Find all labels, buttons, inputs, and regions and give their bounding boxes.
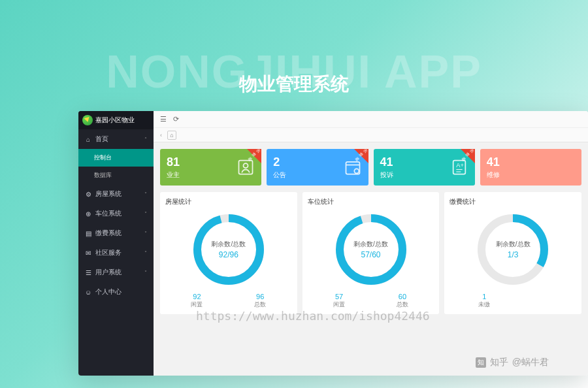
- panel-title: 车位统计: [308, 197, 434, 206]
- donut-ratio: 1/3: [496, 250, 531, 259]
- panel-footer: 92闲置 96总数: [165, 293, 292, 309]
- panel-title: 房屋统计: [165, 197, 292, 206]
- nav-item-fees[interactable]: ▤ 缴费系统 ˅: [78, 223, 154, 243]
- owner-icon: [237, 158, 255, 176]
- calendar-icon: [344, 158, 362, 176]
- donut-label: 剩余数/总数: [211, 240, 246, 249]
- content: 81 业主 2 公告 41 投诉 A+ 41: [154, 142, 588, 376]
- svg-rect-0: [239, 161, 253, 174]
- topbar: ☰ ⟳: [154, 111, 588, 128]
- nav-item-community[interactable]: ✉ 社区服务 ˅: [78, 243, 154, 263]
- stat-card-complaint[interactable]: 41 投诉 A+: [374, 149, 475, 186]
- donut-ratio: 92/96: [211, 250, 246, 259]
- chevron-down-icon: ˅: [144, 211, 147, 217]
- nav-label: 首页: [95, 135, 108, 144]
- donut-chart: 剩余数/总数 57/60: [308, 210, 434, 289]
- money-icon: ▤: [85, 230, 91, 236]
- tabbar: ‹ ⌂: [154, 128, 588, 142]
- donut-chart: 剩余数/总数 92/96: [165, 210, 292, 289]
- person-icon: ☺: [85, 289, 91, 295]
- gear-icon: ⚙: [85, 191, 91, 197]
- user-icon: ☰: [85, 269, 91, 276]
- logo-icon: [82, 115, 93, 125]
- stat-cards: 81 业主 2 公告 41 投诉 A+ 41: [160, 149, 581, 186]
- main-area: ☰ ⟳ ‹ ⌂ 81 业主 2 公告: [154, 111, 588, 376]
- nav-label: 房屋系统: [95, 189, 122, 199]
- chevron-down-icon: ˅: [144, 270, 147, 276]
- nav-label: 个人中心: [95, 287, 122, 297]
- svg-text:A+: A+: [456, 162, 464, 169]
- tab-prev-icon[interactable]: ‹: [160, 132, 162, 138]
- panel-parking-stats: 车位统计 剩余数/总数 57/60 57闲置 60总数: [302, 192, 440, 314]
- svg-point-1: [244, 163, 248, 168]
- nav-item-profile[interactable]: ☺ 个人中心: [78, 282, 154, 302]
- community-icon: ✉: [85, 250, 91, 256]
- chevron-down-icon: ˅: [144, 250, 147, 256]
- panels: 房屋统计 剩余数/总数 92/96 92闲置 96总数: [160, 192, 581, 314]
- zhihu-icon: 知: [476, 357, 486, 368]
- stat-card-repair[interactable]: 41 维修: [480, 149, 581, 186]
- nav-item-parking[interactable]: ⊕ 车位系统 ˅: [78, 204, 154, 223]
- donut-ratio: 57/60: [353, 250, 388, 259]
- nav-label: 车位系统: [95, 209, 122, 218]
- donut-label: 剩余数/总数: [496, 240, 531, 249]
- nav-item-users[interactable]: ☰ 用户系统 ˅: [78, 263, 154, 282]
- panel-title: 缴费统计: [449, 197, 576, 206]
- stat-card-notice[interactable]: 2 公告: [267, 149, 368, 186]
- car-icon: ⊕: [85, 210, 91, 217]
- chevron-down-icon: ˅: [144, 231, 147, 236]
- nav-label: 用户系统: [95, 268, 122, 277]
- page-title: 物业管理系统: [239, 72, 349, 97]
- credit: 知 知乎 @蜗牛君: [476, 357, 549, 368]
- svg-point-4: [354, 169, 359, 173]
- credit-user: @蜗牛君: [512, 357, 549, 368]
- chevron-down-icon: ˅: [144, 191, 147, 197]
- menu-toggle-icon[interactable]: ☰: [160, 115, 167, 123]
- sidebar-brand[interactable]: 嘉园小区物业: [78, 111, 154, 129]
- donut-chart: 剩余数/总数 1/3: [449, 210, 576, 289]
- chevron-up-icon: ˄: [144, 137, 147, 142]
- nav-label: 社区服务: [95, 248, 122, 257]
- panel-footer: 1未缴: [449, 293, 576, 309]
- nav-sub-console[interactable]: 控制台: [78, 149, 154, 167]
- home-icon: ⌂: [85, 136, 91, 142]
- note-icon: A+: [450, 158, 468, 176]
- stat-card-owner[interactable]: 81 业主: [160, 149, 261, 186]
- nav-item-home[interactable]: ⌂ 首页 ˄: [78, 129, 154, 149]
- stat-value: 41: [487, 155, 575, 169]
- nav-label: 缴费系统: [95, 229, 122, 238]
- nav-list: ⌂ 首页 ˄ 控制台 数据库 ⚙ 房屋系统 ˅ ⊕ 车位系统 ˅: [78, 129, 154, 302]
- nav-sub-database[interactable]: 数据库: [78, 167, 154, 184]
- panel-house-stats: 房屋统计 剩余数/总数 92/96 92闲置 96总数: [160, 192, 297, 314]
- stat-label: 维修: [487, 170, 575, 180]
- credit-prefix: 知乎: [490, 357, 508, 368]
- nav-item-house[interactable]: ⚙ 房屋系统 ˅: [78, 184, 154, 204]
- brand-text: 嘉园小区物业: [95, 116, 135, 125]
- panel-fee-stats: 缴费统计 剩余数/总数 1/3 1未缴: [444, 192, 581, 314]
- panel-footer: 57闲置 60总数: [308, 293, 434, 309]
- svg-rect-2: [346, 162, 359, 174]
- app-window: 嘉园小区物业 ⌂ 首页 ˄ 控制台 数据库 ⚙ 房屋系统 ˅: [78, 111, 588, 376]
- sidebar: 嘉园小区物业 ⌂ 首页 ˄ 控制台 数据库 ⚙ 房屋系统 ˅: [78, 111, 154, 376]
- donut-label: 剩余数/总数: [353, 240, 388, 249]
- refresh-icon[interactable]: ⟳: [173, 115, 179, 123]
- tab-home[interactable]: ⌂: [167, 131, 176, 140]
